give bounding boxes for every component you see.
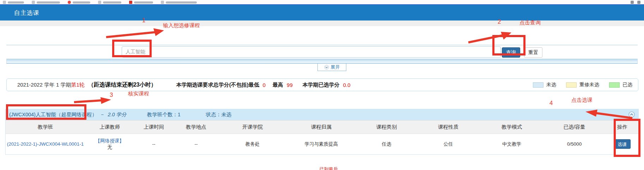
arrow-to-query-button — [466, 30, 516, 45]
col-header-place: 教学地点 — [173, 121, 219, 134]
app-header: 自主选课 — [0, 4, 644, 20]
col-header-action: 操作 — [605, 121, 639, 134]
bookmark-label — [8, 1, 24, 4]
course-result-section: (JWCX004)人工智能（超星网络课程） － 2.0 学分 教学班个数：1 状… — [5, 109, 639, 155]
bookmark-item[interactable] — [98, 1, 121, 4]
bookmark-item[interactable] — [129, 1, 153, 4]
annotation-label-3: 核实课程 — [128, 90, 149, 97]
course-header-bar[interactable]: (JWCX004)人工智能（超星网络课程） － 2.0 学分 教学班个数：1 状… — [6, 109, 638, 120]
course-category: 任选 — [357, 134, 417, 154]
selected-swatch — [609, 82, 620, 88]
red-dot-favicon — [68, 1, 71, 4]
legend-unselected: 未选 — [533, 82, 556, 88]
browser-toolbar-icons — [631, 1, 640, 4]
legend-label: 已选 — [622, 82, 632, 88]
chevron-down-icon — [324, 65, 329, 70]
class-college: 教务处 — [219, 134, 286, 154]
class-table: 教学班 上课教师 上课时间 教学地点 开课学院 课程归属 课程类别 课程性质 教… — [6, 120, 639, 154]
expand-toggle[interactable]: 展开 — [317, 63, 346, 71]
arrow-to-course-bar — [72, 96, 113, 105]
select-course-button[interactable]: 选课 — [614, 139, 631, 149]
round-text: 第1轮 — [71, 82, 85, 88]
red-square-favicon — [129, 1, 132, 4]
legend-label: 重修未选 — [579, 82, 599, 88]
selected-credits-value: 0.0 — [343, 82, 351, 88]
retake-swatch — [566, 82, 577, 88]
col-header-belong: 课程归属 — [286, 121, 357, 134]
credit-requirement-label: 本学期选课要求总学分(不包括)最低 — [176, 82, 259, 88]
course-nature: 公任 — [417, 134, 480, 154]
bookmark-item[interactable] — [3, 1, 24, 4]
annotation-label-4: 点击选课 — [571, 97, 593, 104]
col-header-class: 教学班 — [6, 121, 85, 134]
selected-credits-label: 本学期已选学分 — [303, 82, 340, 88]
course-title: (JWCX004)人工智能（超星网络课程） — [9, 111, 97, 118]
col-header-teacher: 上课教师 — [85, 121, 134, 134]
semester-info-panel: 2021-2022 学年 1 学期第1轮 （距选课结束还剩23小时） 本学期选课… — [6, 78, 638, 91]
chevron-up-circle-icon[interactable] — [628, 111, 635, 118]
course-credits: 2.0 学分 — [108, 111, 126, 118]
legend-selected: 已选 — [609, 82, 632, 88]
page-title: 自主选课 — [14, 9, 40, 17]
annotation-label-2: 点击查询 — [520, 19, 541, 26]
course-search-input[interactable] — [122, 46, 501, 58]
bookmark-label — [134, 1, 153, 4]
bookmark-label — [103, 1, 121, 4]
downloads-icon[interactable] — [631, 1, 634, 4]
col-header-time: 上课时间 — [134, 121, 173, 134]
course-dash: － — [100, 111, 105, 118]
unselected-swatch — [533, 82, 543, 88]
annotation-step-number-1: 1 — [142, 17, 145, 24]
bookmark-icon — [3, 1, 6, 4]
collapsed-filter-bar — [6, 59, 638, 63]
legend-label: 未选 — [546, 82, 556, 88]
course-belong: 学习与素质提高 — [286, 134, 357, 154]
bookmark-label — [166, 1, 197, 4]
class-place: -- — [173, 134, 219, 154]
class-id-link[interactable]: (2021-2022-1)-JWCX004-WL0001-1 — [7, 141, 84, 147]
table-row: (2021-2022-1)-JWCX004-WL0001-1 【网络授课】 无 … — [6, 134, 639, 154]
bookmark-item[interactable] — [68, 1, 90, 4]
query-button[interactable]: 查询 — [502, 47, 520, 58]
teaching-mode: 中文教学 — [480, 134, 543, 154]
course-selection-page: 自主选课 查询 重置 展开 2021-2022 学年 1 学期第1轮 （距选课结… — [0, 0, 644, 170]
legend-retake: 重修未选 — [566, 82, 599, 88]
credit-max-label: 最高 — [273, 82, 283, 88]
col-header-nature: 课程性质 — [417, 121, 480, 134]
menu-icon[interactable] — [637, 1, 640, 4]
browser-bookmarks-bar — [0, 0, 644, 4]
bookmark-label — [73, 1, 90, 4]
bookmark-icon — [161, 1, 164, 4]
annotation-step-number-2: 2 — [498, 18, 501, 25]
annotation-label-1: 输入想选修课程 — [163, 22, 200, 29]
expand-label: 展开 — [331, 64, 340, 70]
status-legend: 未选 重修未选 已选 — [533, 82, 632, 88]
teacher-name: 无 — [85, 144, 134, 151]
online-teaching-tag: 【网络授课】 — [85, 138, 134, 144]
folder-icon — [32, 1, 35, 4]
col-header-mode: 教学模式 — [480, 121, 543, 134]
credit-max-value: 99 — [287, 82, 293, 88]
capacity: 0/5000 — [543, 134, 605, 154]
course-status: 状态：未选 — [206, 111, 232, 118]
countdown-text: （距选课结束还剩23小时） — [88, 81, 157, 89]
col-header-category: 课程类别 — [357, 121, 417, 134]
col-header-capacity: 已选/容量 — [543, 121, 605, 134]
col-header-college: 开课学院 — [219, 121, 286, 134]
annotation-step-number-4: 4 — [549, 100, 553, 107]
term-text: 2021-2022 学年 1 学期 — [17, 82, 71, 88]
annotation-step-number-3: 3 — [110, 92, 113, 99]
bookmark-item[interactable] — [161, 1, 197, 4]
sub-header-strip — [0, 20, 644, 26]
filter-panel-border — [6, 45, 638, 45]
end-of-list-note: 已到最后 — [320, 166, 338, 170]
folder-icon — [98, 1, 101, 4]
bookmark-label — [37, 1, 60, 4]
arrow-to-search-input — [103, 28, 167, 39]
bookmark-item[interactable] — [32, 1, 60, 4]
credit-min-value: 0 — [263, 82, 266, 88]
table-header-row: 教学班 上课教师 上课时间 教学地点 开课学院 课程归属 课程类别 课程性质 教… — [6, 121, 639, 134]
class-count: 教学班个数：1 — [147, 111, 181, 118]
class-time: -- — [134, 134, 173, 154]
reset-button[interactable]: 重置 — [524, 47, 542, 58]
